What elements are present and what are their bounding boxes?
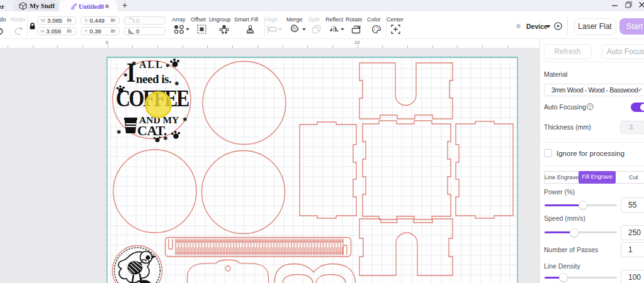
svg-text:?: ? [589,104,592,109]
